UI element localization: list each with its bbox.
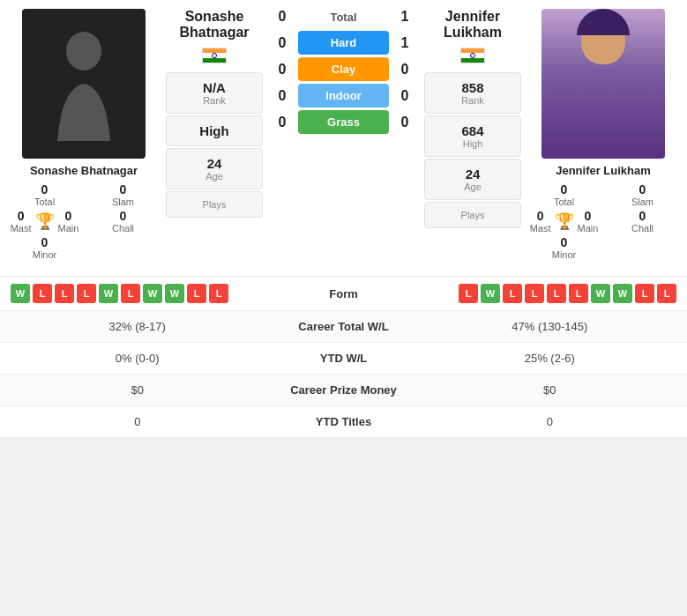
bottom-section: WLLLWLWWLL Form LWLLLLWWLL 32% (8-17)Car… (0, 276, 687, 438)
stats-right-val: 0 (423, 415, 677, 428)
form-badge-right: L (547, 284, 566, 303)
stats-label: Career Prize Money (265, 383, 423, 397)
right-mid-stats: 858 Rank 684 High 24 Age Plays (424, 72, 521, 228)
form-badge-left: W (143, 284, 162, 303)
form-badge-left: W (99, 284, 118, 303)
stats-label: YTD W/L (265, 352, 423, 365)
form-badge-right: W (613, 284, 632, 303)
form-badge-right: L (525, 284, 544, 303)
player-right-stats: 0 Total 0 Slam 0 Mast 🏆 0 Main (528, 182, 678, 260)
score-row-grass: 0 Grass 0 (270, 110, 417, 134)
right-high-card: 684 High (424, 115, 521, 157)
form-badge-right: L (657, 284, 676, 303)
stats-left-val: 32% (8-17) (11, 320, 265, 333)
form-row: WLLLWLWWLL Form LWLLLLWWLL (0, 277, 687, 311)
stats-right-val: 47% (130-145) (423, 320, 677, 333)
form-badge-left: W (11, 284, 30, 303)
player-right-name: Jennifer Luikham (556, 164, 651, 177)
form-badge-left: L (121, 284, 140, 303)
stats-left-val: 0% (0-0) (11, 352, 265, 365)
form-right: LWLLLLWWLL (397, 284, 677, 303)
form-badge-right: L (569, 284, 588, 303)
form-badge-right: L (459, 284, 478, 303)
player-right: Jennifer Luikham 0 Total 0 Slam 0 Mast 🏆 (528, 9, 678, 260)
form-left: WLLLWLWWLL (11, 284, 291, 303)
stats-label: Career Total W/L (265, 320, 423, 333)
left-player-name-top: SonasheBhatnagar (179, 9, 249, 41)
right-total-stat: 0 Total (528, 182, 600, 207)
left-minor-stat: 0 Minor (9, 235, 80, 260)
form-badge-left: W (165, 284, 184, 303)
right-chall-stat: 0 Chall (607, 209, 678, 234)
right-rank-card: 858 Rank (424, 72, 521, 114)
form-badge-right: L (503, 284, 522, 303)
left-mid-stats: N/A Rank High 24 Age Plays (166, 72, 263, 218)
left-rank-card: N/A Rank (166, 72, 263, 114)
right-player-name-top: JenniferLuikham (444, 9, 502, 41)
form-badge-left: L (209, 284, 228, 303)
stats-label: YTD Titles (265, 415, 423, 428)
left-slam-stat: 0 Slam (87, 182, 159, 207)
stats-right-val: 25% (2-6) (423, 352, 677, 365)
clay-badge: Clay (298, 57, 389, 81)
main-container: Sonashe Bhatnagar 0 Total 0 Slam 0 Mast … (0, 0, 687, 438)
right-slam-stat: 0 Slam (607, 182, 678, 207)
total-row: 0 Total 1 (270, 9, 417, 25)
score-row-hard: 0 Hard 1 (270, 31, 417, 55)
score-row-indoor: 0 Indoor 0 (270, 84, 417, 108)
right-minor-stat: 0 Minor (528, 235, 600, 260)
player-left-stats: 0 Total 0 Slam 0 Mast 🏆 0 Main (9, 182, 159, 260)
right-plays-card: Plays (424, 202, 521, 228)
right-flag (460, 48, 485, 63)
right-age-card: 24 Age (424, 159, 521, 200)
left-total-stat: 0 Total (9, 182, 80, 207)
left-age-card: 24 Age (166, 148, 263, 189)
trophy-icon-left: 🏆 (35, 212, 55, 231)
left-high-card: High (166, 115, 263, 146)
left-flag (202, 48, 227, 63)
stats-row: 0YTD Titles0 (0, 406, 687, 438)
player-left-name: Sonashe Bhatnagar (30, 164, 138, 177)
stats-row: 32% (8-17)Career Total W/L47% (130-145) (0, 311, 687, 343)
form-badge-left: L (187, 284, 206, 303)
player-left: Sonashe Bhatnagar 0 Total 0 Slam 0 Mast … (9, 9, 159, 260)
grass-badge: Grass (298, 110, 389, 134)
score-row-clay: 0 Clay 0 (270, 57, 417, 81)
indoor-badge: Indoor (298, 84, 389, 108)
left-plays-card: Plays (166, 191, 263, 218)
stats-right-val: $0 (423, 383, 677, 397)
svg-point-0 (66, 32, 101, 71)
form-badge-left: L (55, 284, 74, 303)
center-scores: 0 Total 1 0 Hard 1 0 Clay 0 0 Indoor 0 0 (270, 9, 417, 260)
form-badge-right: L (635, 284, 654, 303)
left-header: SonasheBhatnagar (166, 9, 263, 67)
right-header: JenniferLuikham (424, 9, 521, 67)
left-chall-stat: 0 Chall (87, 209, 159, 234)
right-mast-row: 0 Mast 🏆 0 Main (528, 209, 600, 234)
stats-row: 0% (0-0)YTD W/L25% (2-6) (0, 343, 687, 375)
stats-left-val: $0 (11, 383, 265, 397)
form-badge-left: L (33, 284, 52, 303)
form-label: Form (291, 287, 397, 301)
trophy-icon-right: 🏆 (555, 212, 574, 231)
stats-rows-container: 32% (8-17)Career Total W/L47% (130-145)0… (0, 311, 687, 438)
stats-row: $0Career Prize Money$0 (0, 375, 687, 406)
player-silhouette-left (49, 26, 119, 141)
hard-badge: Hard (298, 31, 389, 55)
form-badge-left: L (77, 284, 96, 303)
player-right-photo (541, 9, 665, 159)
player-left-photo (22, 9, 146, 159)
form-badge-right: W (591, 284, 610, 303)
flag-dot-left (212, 53, 217, 58)
top-section: Sonashe Bhatnagar 0 Total 0 Slam 0 Mast … (0, 0, 687, 269)
form-badge-right: W (481, 284, 500, 303)
left-mast-row: 0 Mast 🏆 0 Main (9, 209, 80, 234)
flag-dot-right (470, 53, 475, 58)
stats-left-val: 0 (11, 415, 265, 428)
